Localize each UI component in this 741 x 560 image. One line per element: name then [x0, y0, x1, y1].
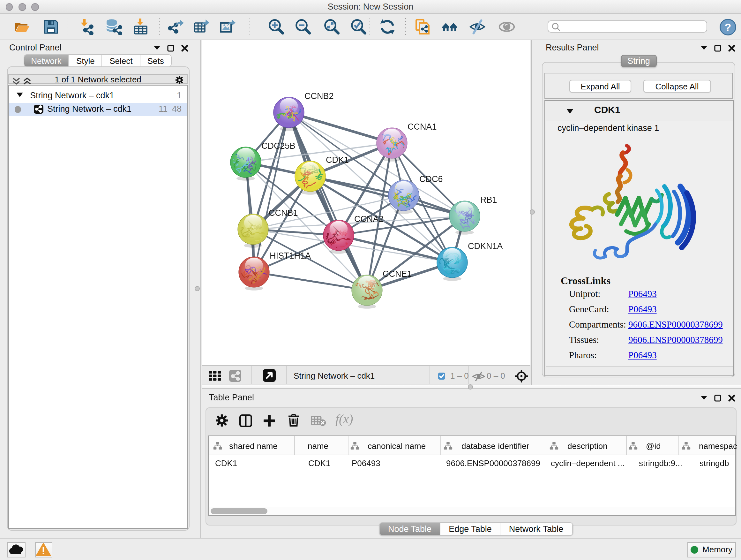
- svg-text:HIST1H1A: HIST1H1A: [269, 251, 311, 260]
- svg-text:RB1: RB1: [480, 195, 497, 205]
- svg-text:CCNB2: CCNB2: [304, 91, 333, 101]
- svg-text:?: ?: [724, 21, 731, 33]
- svg-text:CDK1: CDK1: [326, 155, 348, 165]
- svg-text:CDC25B: CDC25B: [261, 141, 295, 151]
- svg-text:CCNA1: CCNA1: [407, 122, 436, 132]
- svg-text:CCNA2: CCNA2: [354, 214, 383, 224]
- svg-text:CDC6: CDC6: [419, 174, 443, 184]
- svg-text:CCNB1: CCNB1: [268, 208, 298, 218]
- svg-text:CDKN1A: CDKN1A: [468, 241, 502, 251]
- svg-text:CCNE1: CCNE1: [382, 269, 412, 279]
